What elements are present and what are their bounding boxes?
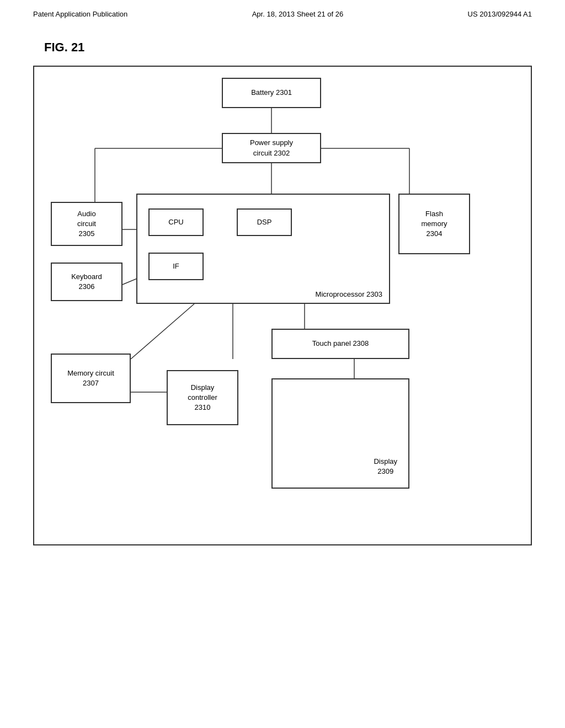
if-block: IF: [148, 253, 204, 280]
if-label: IF: [173, 261, 179, 271]
display-controller-block: Display controller 2310: [167, 370, 238, 425]
header-left: Patent Application Publication: [33, 10, 127, 18]
display-block: Display 2309: [271, 378, 409, 489]
svg-line-14: [131, 304, 194, 359]
touch-panel-block: Touch panel 2308: [271, 329, 409, 359]
audio-circuit-label: Audio circuit 2305: [77, 209, 96, 239]
audio-circuit-block: Audio circuit 2305: [51, 202, 122, 246]
microprocessor-outer-box: CPU DSP IF Microprocessor 2303: [136, 194, 390, 304]
battery-block: Battery 2301: [222, 78, 321, 108]
header-right: US 2013/092944 A1: [468, 10, 532, 18]
figure-label: FIG. 21: [44, 40, 565, 55]
keyboard-block: Keyboard 2306: [51, 263, 122, 301]
flash-memory-label: Flash memory 2304: [422, 209, 447, 239]
memory-circuit-block: Memory circuit 2307: [51, 354, 131, 403]
dsp-block: DSP: [237, 208, 292, 236]
display-controller-label: Display controller 2310: [188, 383, 217, 413]
touch-panel-label: Touch panel 2308: [312, 339, 369, 349]
display-label: Display 2309: [374, 457, 397, 477]
battery-label: Battery 2301: [251, 88, 292, 98]
memory-circuit-label: Memory circuit 2307: [67, 368, 114, 388]
header-center: Apr. 18, 2013 Sheet 21 of 26: [252, 10, 344, 18]
dsp-label: DSP: [257, 217, 272, 227]
keyboard-label: Keyboard 2306: [71, 272, 102, 292]
power-supply-label: Power supply circuit 2302: [250, 138, 293, 158]
microprocessor-label: Microprocessor 2303: [316, 290, 382, 298]
flash-memory-block: Flash memory 2304: [398, 194, 470, 254]
diagram-container: Battery 2301 Power supply circuit 2302 A…: [33, 66, 532, 545]
cpu-label: CPU: [168, 217, 183, 227]
page-header: Patent Application Publication Apr. 18, …: [0, 0, 565, 24]
cpu-block: CPU: [148, 208, 204, 236]
power-supply-block: Power supply circuit 2302: [222, 133, 321, 163]
